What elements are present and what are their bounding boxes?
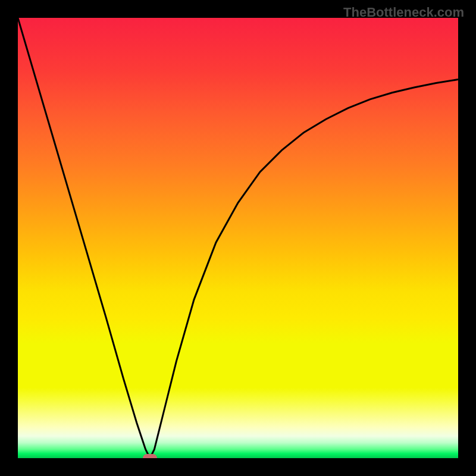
watermark-text: TheBottleneck.com [343,5,464,20]
bottleneck-curve [18,18,458,458]
chart-curve-svg [18,18,458,458]
chart-plot-area [18,18,458,458]
optimal-point-marker [143,454,157,458]
